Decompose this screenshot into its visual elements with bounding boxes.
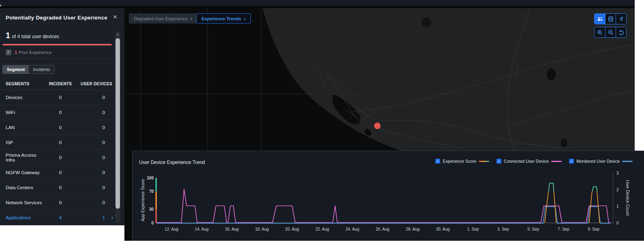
segments-table-header: SEGMENTS INCIDENTS USER DEVICES: [0, 78, 115, 90]
lake: [547, 68, 556, 80]
incident-count: 0: [46, 110, 75, 115]
right-axis-label: User Device Count: [625, 180, 630, 216]
trend-chart: 030701000123App Experience ScoreUser Dev…: [133, 151, 644, 241]
incident-count: 0: [46, 200, 75, 205]
user-device-count: 0: [75, 155, 112, 160]
lake: [561, 138, 567, 147]
x-axis-tick: 28. Aug: [406, 227, 419, 231]
user-device-count: 0: [75, 170, 112, 175]
zoom-in-icon: [597, 30, 603, 35]
connected-user-device-line: [156, 189, 610, 222]
tab-incidents[interactable]: Incidents: [29, 65, 54, 73]
score-axis-band: [156, 178, 157, 191]
device-summary-text: of 4 total user devices: [12, 34, 59, 39]
pointer-layer-button[interactable]: [616, 14, 626, 24]
incident-count: 0: [46, 185, 75, 190]
x-axis-tick: 30. Aug: [436, 227, 450, 231]
users-layer-button[interactable]: [595, 14, 605, 24]
chevron-right-icon: ›: [190, 15, 192, 22]
users-icon: [597, 17, 603, 22]
segment-name: WiFi: [6, 110, 46, 115]
header-segments: SEGMENTS: [6, 82, 46, 86]
x-axis-tick: 9. Sep: [588, 227, 599, 231]
incident-count: 0: [46, 125, 75, 130]
scrollbar-thumb[interactable]: [116, 38, 120, 209]
incident-count: 0: [46, 170, 75, 175]
table-row-applications[interactable]: Applications41›: [0, 210, 115, 225]
x-axis-tick: 22. Aug: [315, 227, 329, 231]
x-axis-tick: 18. Aug: [255, 227, 269, 231]
segment-name: Network Services: [6, 200, 46, 205]
device-summary: 1of 4 total user devices: [6, 31, 59, 40]
data-layer-button[interactable]: [605, 14, 616, 24]
x-axis-tick: 16. Aug: [225, 227, 239, 231]
header-user-devices: USER DEVICES: [75, 82, 112, 86]
table-row-data-centers[interactable]: Data Centers00: [0, 180, 115, 195]
x-axis-tick: 7. Sep: [558, 227, 569, 231]
zoom-out-icon: [608, 30, 614, 35]
chevron-right-icon[interactable]: ›: [111, 214, 113, 220]
left-axis-tick: 100: [147, 176, 154, 180]
incident-count: 0: [46, 140, 75, 145]
right-axis-tick: 3: [616, 171, 619, 175]
map-zoom-controls: [594, 27, 627, 38]
experience-score-line: [545, 183, 556, 223]
left-axis-tick: 70: [149, 189, 154, 194]
left-axis-tick: 0: [151, 221, 154, 225]
experience-trend-panel: User Device Experience Trend ✓Experience…: [132, 151, 644, 241]
segment-name: Data Centers: [6, 185, 46, 190]
user-device-count: 0: [75, 140, 112, 145]
table-row-prisma-access-infra[interactable]: Prisma Access Infra00: [0, 150, 115, 165]
degraded-experience-panel: Potentially Degraded User Experience × 1…: [0, 8, 124, 225]
experience-trends-button[interactable]: Experience Trends ›: [196, 13, 251, 24]
x-axis-tick: 20. Aug: [285, 227, 299, 231]
user-device-count: 1: [75, 215, 112, 220]
segment-name: ISP: [6, 140, 46, 145]
left-axis-label: App Experience Score: [140, 179, 145, 222]
header-incidents: INCIDENTS: [46, 82, 75, 86]
panel-scrollbar[interactable]: ▲: [115, 32, 120, 223]
close-icon[interactable]: ×: [113, 13, 117, 21]
x-axis-tick: 24. Aug: [346, 227, 359, 231]
experience-score-line: [589, 187, 600, 223]
scroll-up-icon[interactable]: ▲: [115, 32, 120, 36]
zoom-out-button[interactable]: [605, 27, 616, 37]
zoom-in-button[interactable]: [595, 27, 605, 37]
table-row-devices[interactable]: Devices00: [0, 90, 115, 105]
tab-segment[interactable]: Segment: [3, 65, 29, 73]
poor-device-count: 1: [6, 31, 10, 40]
poor-experience-filter-row: ✓ 1 Poor Experience: [0, 48, 120, 59]
user-device-count: 0: [75, 110, 112, 115]
table-row-wifi[interactable]: WiFi00: [0, 105, 115, 120]
chevron-right-icon: ›: [244, 15, 246, 22]
reset-view-button[interactable]: [616, 27, 626, 37]
user-device-count: 0: [75, 95, 112, 100]
database-icon: [608, 16, 614, 22]
pointer-icon: [618, 16, 624, 22]
poor-experience-checkbox[interactable]: ✓: [6, 50, 11, 55]
filter-label: Poor Experience: [19, 50, 51, 55]
segment-name: LAN: [6, 125, 46, 130]
segments-table: SEGMENTS INCIDENTS USER DEVICES Devices0…: [0, 78, 115, 225]
right-axis-tick: 1: [616, 204, 619, 209]
table-row-ngfw-gateway[interactable]: NGFW Gateway00: [0, 165, 115, 180]
table-row-isp[interactable]: ISP00: [0, 135, 115, 150]
segment-name: NGFW Gateway: [6, 170, 46, 175]
panel-tab-group: Segment Incidents: [2, 65, 54, 74]
x-axis-tick: 12. Aug: [165, 227, 178, 231]
right-axis-tick: 2: [616, 188, 619, 192]
user-device-count: 0: [75, 185, 112, 190]
degraded-user-experience-button[interactable]: Degraded User Experience ›: [129, 13, 197, 24]
undo-icon: [618, 30, 624, 35]
table-row-lan[interactable]: LAN00: [0, 120, 115, 135]
filter-count: 1: [15, 50, 17, 55]
degraded-button-label: Degraded User Experience: [134, 16, 188, 21]
top-bar: [0, 0, 635, 6]
device-location-marker[interactable]: [374, 123, 381, 129]
score-axis-band: [156, 191, 157, 209]
table-row-network-services[interactable]: Network Services00: [0, 195, 115, 210]
segment-name: Devices: [6, 95, 46, 100]
incident-count: 0: [46, 95, 75, 100]
incident-count: 0: [46, 155, 75, 160]
panel-title: Potentially Degraded User Experience: [6, 15, 107, 21]
